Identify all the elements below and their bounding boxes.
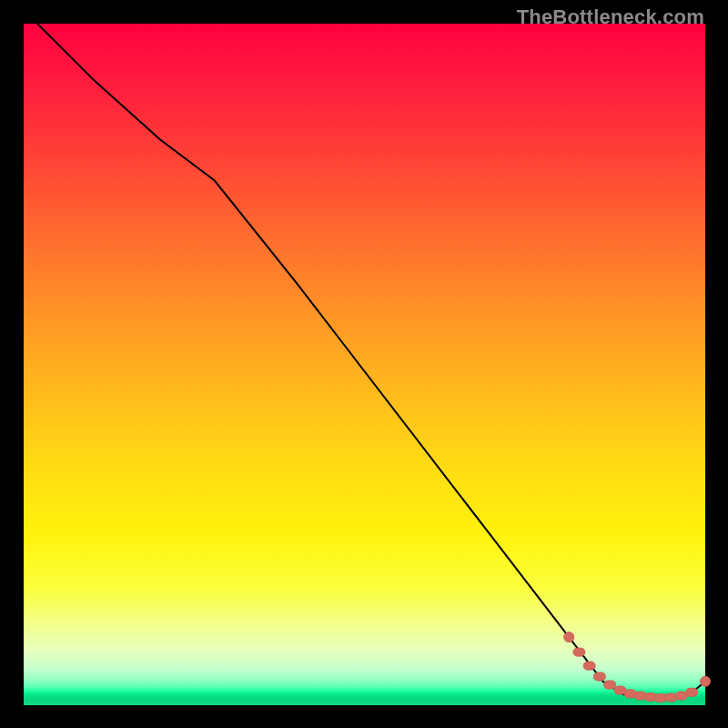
- marker-point: [701, 676, 711, 686]
- marker-point: [573, 648, 585, 656]
- chart-curve: [37, 24, 705, 699]
- plot-area: [24, 24, 705, 705]
- marker-group: [564, 632, 711, 703]
- chart-frame: TheBottleneck.com: [0, 0, 728, 728]
- watermark-text: TheBottleneck.com: [517, 5, 704, 29]
- marker-point: [583, 662, 595, 670]
- marker-point: [564, 632, 574, 642]
- marker-point: [604, 681, 616, 689]
- chart-svg: [24, 24, 705, 705]
- marker-point: [593, 672, 605, 681]
- marker-point: [686, 688, 698, 696]
